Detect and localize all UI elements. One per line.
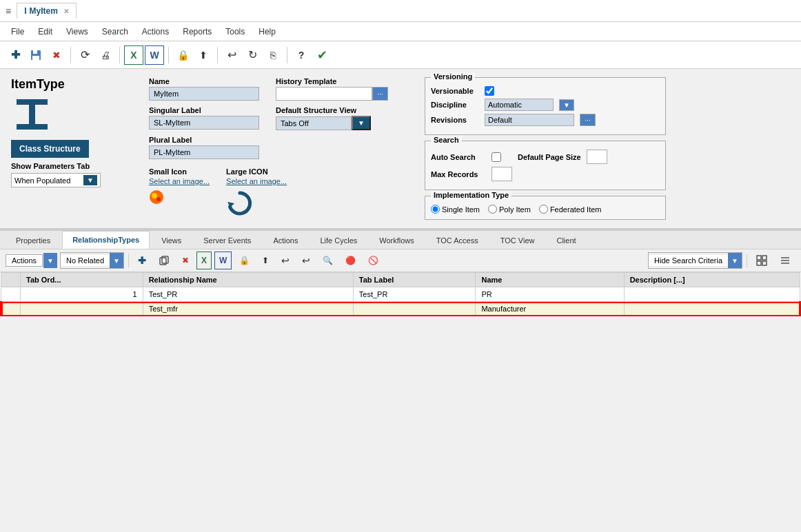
bt-add-btn[interactable]: ✚ [133, 252, 151, 269]
small-icon-link[interactable]: Select an image... [149, 177, 210, 185]
revisions-input[interactable] [485, 114, 574, 126]
history-template-btn[interactable]: ··· [372, 87, 388, 101]
toolbar-print-btn[interactable]: 🖨 [96, 45, 115, 65]
bottom-section: Properties RelationshipTypes Views Serve… [0, 229, 801, 316]
grid-container: Tab Ord... Relationship Name Tab Label N… [0, 272, 801, 316]
toolbar-redo-btn[interactable]: ↻ [243, 45, 262, 65]
toolbar-promote-btn[interactable]: ⬆ [194, 45, 213, 65]
hide-search-arrow[interactable]: ▼ [728, 253, 742, 268]
actions-arrow[interactable]: ▼ [43, 253, 57, 268]
bt-delete-btn[interactable]: ✖ [177, 252, 194, 269]
tab-toc-view[interactable]: TOC View [490, 232, 545, 249]
tab-actions[interactable]: Actions [263, 232, 308, 249]
toolbar-add-btn[interactable]: ✚ [6, 45, 25, 65]
tabs-nav: Properties RelationshipTypes Views Serve… [0, 231, 801, 249]
bt-search-btn[interactable]: 🔍 [318, 252, 338, 269]
table-row[interactable]: 1 Test_PR Test_PR PR [1, 287, 800, 302]
cell-name: Manufacturer [476, 302, 624, 316]
toolbar-save-btn[interactable] [26, 45, 45, 65]
poly-item-radio[interactable] [488, 205, 497, 214]
bt-excel-btn[interactable]: X [196, 252, 212, 269]
large-icon-link[interactable]: Select an image... [226, 177, 287, 185]
no-related-dropdown[interactable]: No Related ▼ [60, 252, 124, 269]
cell-tab-label: Test_PR [353, 287, 476, 302]
toolbar-excel-btn[interactable]: X [124, 45, 143, 65]
toolbar-undo-btn[interactable]: ↩ [222, 45, 241, 65]
tab-relationship-types[interactable]: RelationshipTypes [62, 231, 150, 249]
bt-copy-btn[interactable] [154, 252, 174, 269]
federated-item-radio-label[interactable]: Federated Item [539, 205, 602, 214]
grid-table: Tab Ord... Relationship Name Tab Label N… [0, 272, 801, 316]
tab-workflows[interactable]: Workflows [369, 232, 425, 249]
name-input[interactable]: MyItem [149, 87, 259, 101]
table-row[interactable]: Test_mfr Manufacturer [1, 302, 800, 316]
show-params-dropdown[interactable]: When Populated ▼ [11, 173, 101, 187]
bt-undo-btn[interactable]: ↩ [276, 252, 294, 269]
max-records-input[interactable] [491, 167, 512, 181]
tab-views[interactable]: Views [151, 232, 192, 249]
menu-icon[interactable]: ≡ [6, 6, 11, 17]
tab-client[interactable]: Client [546, 232, 586, 249]
federated-item-radio[interactable] [539, 205, 548, 214]
bt-filter-clear-btn[interactable]: 🚫 [363, 252, 383, 269]
dsv-arrow-btn[interactable]: ▼ [352, 116, 371, 130]
auto-search-checkbox[interactable] [491, 152, 501, 162]
toolbar-word-btn[interactable]: W [145, 45, 164, 65]
tab-toc-access[interactable]: TOC Access [426, 232, 489, 249]
menu-reports[interactable]: Reports [177, 25, 217, 38]
show-params-arrow[interactable]: ▼ [83, 175, 97, 185]
default-page-size-input[interactable] [587, 150, 607, 164]
actions-label[interactable]: Actions [6, 254, 43, 267]
toolbar-delete-btn[interactable]: ✖ [47, 45, 66, 65]
singular-label-label: Singular Label [149, 106, 259, 114]
tab-server-events[interactable]: Server Events [193, 232, 261, 249]
class-structure-btn[interactable]: Class Structure [11, 140, 89, 158]
toolbar-help-btn[interactable]: ? [292, 45, 311, 65]
history-template-input[interactable] [276, 87, 372, 101]
menu-help[interactable]: Help [253, 25, 281, 38]
bt-filter-red-btn[interactable]: 🔴 [341, 252, 361, 269]
hide-search-dropdown[interactable]: Hide Search Criteria ▼ [648, 252, 742, 269]
no-related-arrow[interactable]: ▼ [110, 253, 123, 268]
toolbar-sep-3 [168, 47, 169, 63]
menu-file[interactable]: File [6, 25, 30, 38]
svg-rect-14 [757, 261, 761, 265]
menu-edit[interactable]: Edit [32, 25, 58, 38]
toolbar-refresh-btn[interactable]: ⟳ [75, 45, 94, 65]
cell-description [624, 287, 800, 302]
singular-label-input[interactable] [149, 116, 259, 130]
tab-properties[interactable]: Properties [6, 232, 61, 249]
menu-tools[interactable]: Tools [220, 25, 250, 38]
single-item-radio-label[interactable]: Single Item [431, 205, 480, 214]
tab-close-btn[interactable]: ✕ [63, 8, 69, 15]
dsv-input[interactable] [276, 116, 352, 130]
actions-dropdown[interactable]: Actions ▼ [6, 253, 57, 268]
plural-label-group: Plural Label [149, 136, 259, 159]
bt-lock-btn[interactable]: 🔒 [234, 252, 254, 269]
show-params-label: Show Parameters Tab [11, 162, 90, 170]
bt-redo-btn[interactable]: ↩ [297, 252, 315, 269]
plural-label-input[interactable] [149, 145, 259, 159]
tab-life-cycles[interactable]: Life Cycles [310, 232, 367, 249]
toolbar-lock-btn[interactable]: 🔒 [173, 45, 192, 65]
federated-item-label: Federated Item [550, 205, 602, 214]
discipline-input[interactable] [485, 99, 554, 111]
discipline-dropdown-btn[interactable]: ▼ [559, 99, 574, 111]
bt-list-view-btn[interactable] [775, 252, 795, 269]
bt-word-btn[interactable]: W [214, 252, 232, 269]
svg-rect-4 [29, 105, 35, 124]
toolbar-copy-btn[interactable]: ⎘ [263, 45, 283, 65]
toolbar-checkmark-btn[interactable]: ✔ [312, 45, 332, 65]
versionable-checkbox[interactable] [485, 86, 494, 96]
menu-views[interactable]: Views [61, 25, 94, 38]
single-item-radio[interactable] [431, 205, 440, 214]
bt-promote-btn[interactable]: ⬆ [257, 252, 274, 269]
title-tab[interactable]: I MyItem ✕ [17, 3, 77, 19]
bt-grid-view-btn[interactable] [751, 252, 772, 269]
toolbar: ✚ ✖ ⟳ 🖨 X W 🔒 ⬆ ↩ ↻ ⎘ ? ✔ [0, 41, 801, 69]
poly-item-radio-label[interactable]: Poly Item [488, 205, 531, 214]
menu-search[interactable]: Search [97, 25, 134, 38]
menu-actions[interactable]: Actions [136, 25, 174, 38]
row-indicator [1, 287, 21, 302]
revisions-ellipsis-btn[interactable]: ··· [580, 114, 596, 126]
